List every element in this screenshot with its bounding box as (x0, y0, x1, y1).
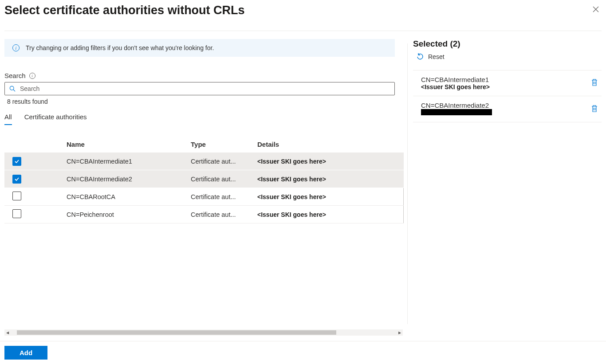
selected-item: CN=CBAIntermediate2 (413, 96, 602, 122)
scrollbar-thumb[interactable] (17, 330, 336, 335)
svg-point-0 (10, 86, 14, 90)
dialog-footer: Add (0, 341, 606, 364)
col-details[interactable]: Details (257, 141, 404, 148)
add-button[interactable]: Add (4, 346, 47, 360)
selected-heading: Selected (2) (413, 39, 602, 49)
remove-selected-button[interactable] (589, 103, 600, 116)
selected-list: CN=CBAIntermediate1 <Issuer SKI goes her… (413, 70, 602, 122)
scroll-right-arrow[interactable]: ▶ (397, 331, 403, 335)
search-label-row: Search i (4, 72, 395, 79)
row-checkbox[interactable] (12, 175, 21, 184)
row-checkbox[interactable] (12, 192, 21, 200)
row-type: Certificate aut... (191, 211, 248, 218)
search-input[interactable] (20, 85, 390, 92)
row-name: CN=Peichenroot (67, 211, 191, 218)
reset-label: Reset (428, 53, 445, 60)
reset-button[interactable]: Reset (417, 53, 602, 60)
row-type: Certificate aut... (191, 176, 248, 183)
check-icon (14, 159, 20, 164)
check-icon (14, 176, 20, 182)
tab-all[interactable]: All (4, 110, 12, 123)
info-icon: i (12, 44, 20, 51)
selected-item-detail: <Issuer SKI goes here> (421, 83, 490, 90)
selected-item-name: CN=CBAIntermediate1 (421, 76, 490, 83)
selected-item-name: CN=CBAIntermediate2 (421, 102, 492, 109)
tab-certificate-authorities[interactable]: Certificate authorities (24, 110, 87, 123)
row-details: <Issuer SKI goes here> (257, 188, 404, 205)
vertical-divider (407, 43, 408, 324)
svg-line-1 (13, 90, 15, 91)
trash-icon (591, 105, 598, 113)
selected-item: CN=CBAIntermediate1 <Issuer SKI goes her… (413, 70, 602, 96)
table-row[interactable]: CN=CBARootCA Certificate aut... <Issuer … (4, 188, 404, 206)
info-banner: i Try changing or adding filters if you … (4, 39, 395, 57)
dialog-header: Select certificate authorities without C… (0, 0, 606, 17)
search-icon (9, 86, 16, 92)
row-name: CN=CBAIntermediate2 (67, 176, 191, 183)
table-row[interactable]: CN=Peichenroot Certificate aut... <Issue… (4, 206, 404, 223)
row-name: CN=CBARootCA (67, 193, 191, 200)
dialog-title: Select certificate authorities without C… (4, 4, 245, 17)
row-details: <Issuer SKI goes here> (257, 206, 404, 223)
table-row[interactable]: CN=CBAIntermediate2 Certificate aut... <… (4, 170, 404, 188)
col-type[interactable]: Type (191, 141, 257, 148)
remove-selected-button[interactable] (589, 77, 600, 90)
search-label: Search (4, 72, 26, 79)
row-type: Certificate aut... (191, 158, 248, 165)
row-checkbox[interactable] (12, 209, 21, 218)
col-name[interactable]: Name (67, 141, 191, 148)
trash-icon (591, 78, 598, 86)
ca-table: Name Type Details CN=CBAIntermediate1 Ce… (4, 136, 404, 223)
close-button[interactable] (590, 4, 602, 17)
close-icon (593, 6, 599, 12)
tabs: All Certificate authorities (4, 110, 395, 124)
search-box[interactable] (4, 82, 395, 95)
scroll-left-arrow[interactable]: ◀ (4, 331, 11, 335)
row-type: Certificate aut... (191, 193, 248, 200)
table-row[interactable]: CN=CBAIntermediate1 Certificate aut... <… (4, 153, 404, 170)
row-checkbox[interactable] (12, 157, 21, 166)
table-header: Name Type Details (4, 136, 404, 153)
row-details: <Issuer SKI goes here> (257, 176, 404, 183)
row-name: CN=CBAIntermediate1 (67, 158, 191, 165)
selected-item-detail-redacted (421, 109, 492, 115)
info-icon[interactable]: i (29, 73, 35, 79)
results-count: 8 results found (7, 98, 395, 105)
info-banner-text: Try changing or adding filters if you do… (26, 44, 214, 51)
row-details: <Issuer SKI goes here> (257, 158, 404, 165)
horizontal-scrollbar[interactable]: ◀ ▶ (4, 329, 403, 336)
undo-icon (417, 53, 424, 60)
